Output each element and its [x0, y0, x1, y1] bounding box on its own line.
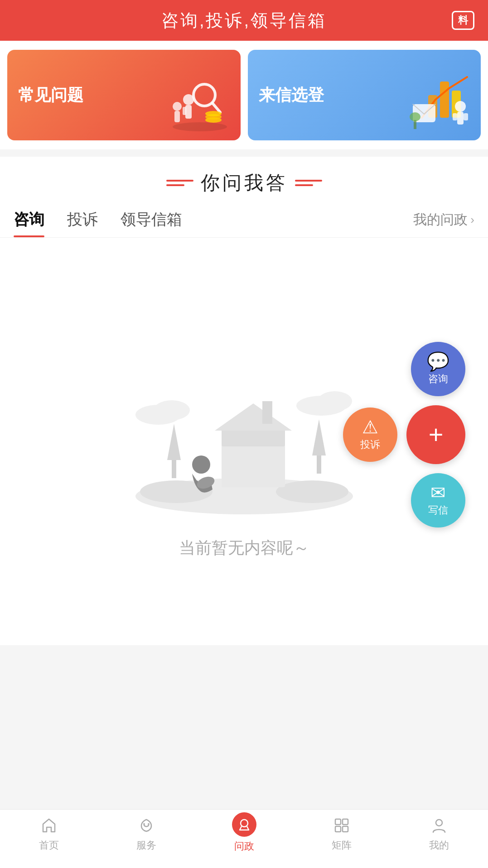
empty-illustration [131, 324, 358, 514]
svg-rect-10 [174, 111, 180, 122]
svg-marker-30 [215, 403, 292, 431]
nav-item-matrix[interactable]: 矩阵 [293, 817, 390, 852]
nav-label-home: 首页 [39, 839, 59, 852]
svg-rect-29 [222, 428, 285, 446]
chevron-right-icon: › [470, 213, 474, 227]
svg-line-5 [213, 103, 220, 112]
svg-point-20 [410, 112, 420, 121]
svg-rect-42 [343, 819, 348, 825]
fab-xiexin-label: 写信 [428, 504, 448, 517]
faq-line-bottom-right [295, 184, 313, 186]
banner-section: 常见问题 来信选登 [0, 41, 488, 149]
svg-rect-44 [343, 826, 348, 832]
svg-rect-11 [440, 82, 449, 118]
nav-label-mine: 我的 [429, 839, 449, 852]
fab-zixun-label: 咨询 [428, 372, 448, 386]
svg-marker-24 [167, 424, 181, 460]
svg-point-40 [241, 820, 248, 827]
faq-section: 你问我答 咨询 投诉 领导信箱 我的问政 › [0, 157, 488, 645]
fab-tousu-label: 投诉 [360, 438, 380, 451]
header: 咨询,投诉,领导信箱 料 [0, 0, 488, 41]
faq-line-bottom-left [166, 184, 184, 186]
banner-left-illustration [164, 63, 236, 136]
svg-rect-31 [262, 401, 272, 424]
wenzheng-circle [232, 812, 256, 837]
svg-point-9 [173, 102, 182, 111]
banner-left-label: 常见问题 [18, 84, 83, 106]
banner-right-label: 来信选登 [259, 84, 324, 106]
svg-point-0 [173, 122, 227, 131]
fab-xiexin-button[interactable]: ✉ 写信 [411, 473, 465, 528]
fab-container: 💬 咨询 ⚠ 投诉 + ✉ 写信 [343, 342, 465, 528]
matrix-icon [333, 817, 350, 834]
banner-card-letters[interactable]: 来信选登 [248, 50, 481, 140]
svg-marker-26 [312, 419, 326, 456]
nav-label-service: 服务 [136, 839, 156, 852]
chat-icon: 💬 [427, 352, 449, 370]
nav-label-wenzheng: 问政 [234, 839, 254, 853]
faq-line-top-left [166, 180, 193, 182]
svg-rect-43 [335, 826, 341, 832]
service-icon [138, 817, 155, 834]
svg-point-15 [455, 101, 466, 112]
wenzheng-icon [237, 817, 251, 832]
fab-tousu-button[interactable]: ⚠ 投诉 [343, 408, 397, 462]
wenzheng-icon-wrapper [232, 817, 256, 837]
service-icon-wrapper [138, 817, 155, 836]
home-icon-wrapper [40, 817, 58, 836]
tab-zixun[interactable]: 咨询 [14, 209, 44, 237]
faq-line-top-right [295, 180, 322, 182]
svg-rect-25 [172, 460, 176, 478]
faq-title-row: 你问我答 [0, 157, 488, 200]
empty-section: 当前暂无内容呢～ 💬 咨询 ⚠ 投诉 + ✉ 写信 [0, 238, 488, 645]
tab-lingdao[interactable]: 领导信箱 [121, 209, 182, 237]
mine-icon-wrapper [430, 817, 448, 836]
svg-rect-2 [185, 105, 192, 119]
my-wenzheng-link[interactable]: 我的问政 › [413, 211, 474, 236]
matrix-icon-wrapper [333, 817, 350, 836]
faq-title-lines-left [166, 180, 193, 186]
tab-tousu[interactable]: 投诉 [67, 209, 98, 237]
tabs-row: 咨询 投诉 领导信箱 我的问政 › [0, 200, 488, 238]
header-icon-button[interactable]: 料 [452, 11, 474, 30]
faq-title-lines-right [295, 180, 322, 186]
fab-plus-button[interactable]: + [406, 405, 465, 464]
svg-point-45 [436, 820, 442, 826]
nav-item-wenzheng[interactable]: 问政 [195, 817, 293, 853]
svg-point-35 [154, 400, 190, 420]
svg-point-39 [148, 823, 150, 825]
svg-rect-16 [457, 112, 464, 125]
svg-point-23 [276, 480, 348, 503]
nav-item-mine[interactable]: 我的 [391, 817, 488, 852]
banner-right-illustration [404, 63, 476, 136]
faq-title: 你问我答 [201, 170, 288, 196]
svg-point-38 [143, 823, 145, 825]
bottom-nav: 首页 服务 问政 [0, 809, 488, 868]
nav-item-home[interactable]: 首页 [0, 817, 97, 852]
banner-card-faq[interactable]: 常见问题 [7, 50, 241, 140]
svg-rect-27 [317, 456, 321, 474]
svg-point-32 [192, 456, 210, 474]
mine-icon [430, 817, 448, 834]
fab-middle-row: ⚠ 投诉 + [343, 405, 465, 464]
empty-text: 当前暂无内容呢～ [179, 537, 309, 559]
fab-zixun-button[interactable]: 💬 咨询 [411, 342, 465, 396]
svg-rect-3 [183, 107, 186, 115]
home-icon [40, 817, 58, 834]
plus-icon: + [429, 422, 444, 447]
nav-item-service[interactable]: 服务 [97, 817, 195, 852]
letter-icon: ✉ [430, 484, 446, 502]
header-title: 咨询,投诉,领导信箱 [161, 9, 327, 32]
svg-rect-18 [464, 113, 468, 120]
warning-icon: ⚠ [362, 418, 378, 436]
svg-rect-41 [335, 819, 341, 825]
nav-label-matrix: 矩阵 [332, 839, 352, 852]
svg-rect-17 [453, 113, 457, 120]
svg-point-8 [205, 111, 222, 116]
